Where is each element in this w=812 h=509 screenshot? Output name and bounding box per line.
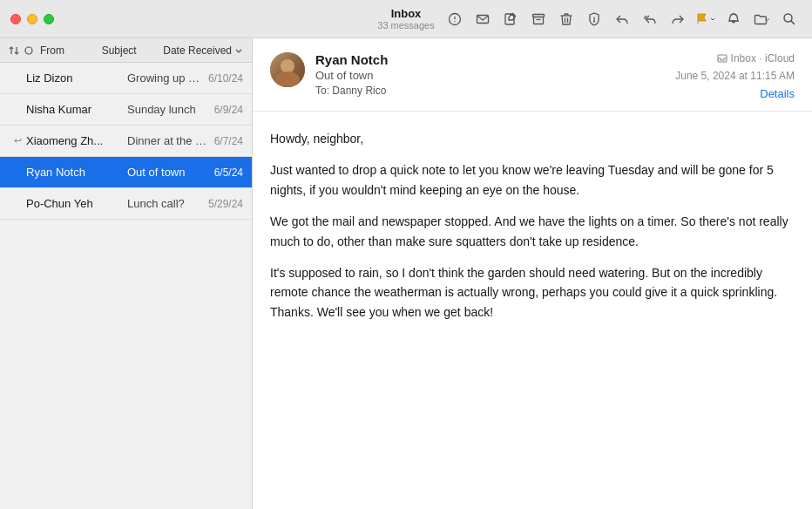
avatar-image [270,52,305,87]
svg-rect-6 [533,14,545,17]
email-row[interactable]: ↩ Xiaomeng Zh... Dinner at the Ricos' 6/… [0,126,252,157]
email-paragraph-4: It's supposed to rain, so I don't think … [270,263,795,322]
inbox-icon [717,53,727,64]
reply-all-icon[interactable] [638,7,662,31]
email-from: Po-Chun Yeh [26,197,122,210]
email-date: 5/29/24 [201,198,243,210]
email-detail-subject: Out of town [315,69,665,82]
list-header: From Subject Date Received [0,38,252,63]
close-button[interactable] [10,14,21,24]
email-list-panel: From Subject Date Received Liz Dizon Gro… [0,38,253,509]
sort-button[interactable] [9,45,19,56]
mail-icon[interactable] [470,7,495,31]
window-title: Inbox [377,7,434,20]
details-link[interactable]: Details [760,87,795,100]
note-icon[interactable] [443,7,467,31]
email-subject: Growing up too fast! [122,71,201,85]
email-date: 6/7/24 [207,135,243,147]
traffic-lights [10,14,54,24]
email-date: 6/5/24 [207,166,243,179]
window-title-area: Inbox 33 messages [377,7,434,31]
email-body: Howdy, neighbor, Just wanted to drop a q… [253,112,812,509]
email-from: Ryan Notch [26,166,122,179]
email-subject: Dinner at the Ricos' [122,134,207,147]
maximize-button[interactable] [44,14,54,24]
email-header: Ryan Notch Out of town To: Danny Rico In… [253,38,812,112]
email-paragraph-3: We got the mail and newspaper stopped. A… [270,212,795,251]
reply-icon[interactable] [610,7,634,31]
archive-icon[interactable] [526,7,551,31]
notification-icon[interactable] [721,7,746,31]
email-date: 6/9/24 [207,104,243,116]
delete-icon[interactable] [554,7,579,31]
email-paragraph-2: Just wanted to drop a quick note to let … [270,160,795,200]
search-icon[interactable] [777,7,802,31]
main-area: From Subject Date Received Liz Dizon Gro… [0,38,812,509]
minimize-button[interactable] [27,14,37,24]
compose-icon[interactable] [498,7,523,31]
toolbar [443,7,802,31]
reply-indicator-icon: ↩ [14,135,22,146]
recipient-name: Danny Rico [332,85,386,97]
svg-point-20 [25,47,32,54]
email-subject: Out of town [122,166,207,179]
unread-filter[interactable] [24,46,33,55]
junk-icon[interactable] [582,7,606,31]
date-column-header: Date Received [163,44,243,57]
email-row[interactable]: Nisha Kumar Sunday lunch 6/9/24 [0,94,252,126]
email-header-top: Ryan Notch Out of town To: Danny Rico In… [270,52,795,100]
email-received-date: June 5, 2024 at 11:15 AM [675,70,795,82]
email-from: Nisha Kumar [26,103,122,116]
folder-icon[interactable] [749,7,774,31]
flag-button[interactable] [694,7,718,31]
email-to: To: Danny Rico [315,85,665,97]
window-subtitle: 33 messages [377,20,434,31]
email-detail-panel: Ryan Notch Out of town To: Danny Rico In… [253,38,812,509]
email-subject: Sunday lunch [122,103,207,116]
svg-line-17 [791,20,795,24]
email-header-right: Inbox · iCloud June 5, 2024 at 11:15 AM … [675,52,795,100]
email-row[interactable]: Liz Dizon Growing up too fast! 6/10/24 [0,63,252,94]
email-indicator: ↩ [9,135,26,146]
sender-name: Ryan Notch [315,52,665,67]
email-from: Xiaomeng Zh... [26,134,122,147]
titlebar: Inbox 33 messages [0,0,812,38]
email-paragraph-1: Howdy, neighbor, [270,129,795,148]
email-from: Liz Dizon [26,71,122,85]
email-row[interactable]: Po-Chun Yeh Lunch call? 5/29/24 [0,188,252,220]
email-header-info: Ryan Notch Out of town To: Danny Rico [315,52,665,97]
email-location: Inbox · iCloud [717,52,795,64]
email-subject: Lunch call? [122,197,201,210]
svg-point-12 [594,21,595,22]
email-row-selected[interactable]: Ryan Notch Out of town 6/5/24 [0,157,252,188]
avatar [270,52,305,87]
subject-column-header: Subject [102,44,159,57]
svg-point-16 [784,14,792,22]
email-date: 6/10/24 [201,72,243,85]
forward-icon[interactable] [666,7,690,31]
from-column-header: From [38,44,97,57]
